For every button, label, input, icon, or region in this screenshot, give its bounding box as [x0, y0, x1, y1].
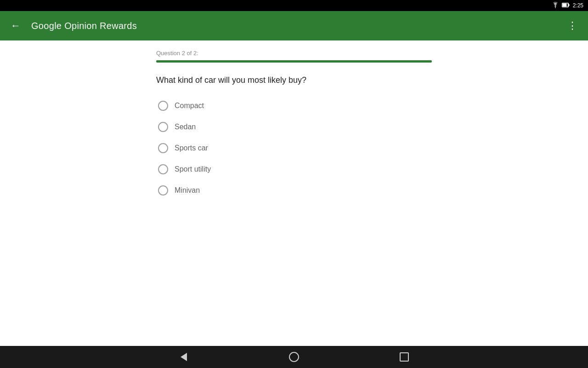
back-nav-icon — [181, 353, 187, 361]
option-item-sport-utility[interactable]: Sport utility — [156, 160, 432, 179]
option-item-sedan[interactable]: Sedan — [156, 117, 432, 137]
back-button[interactable]: ← — [7, 17, 24, 34]
wifi-icon — [552, 2, 559, 10]
status-bar: 2:25 — [0, 0, 588, 11]
status-icons: 2:25 — [552, 2, 583, 10]
option-label-sedan: Sedan — [175, 123, 196, 131]
svg-point-0 — [555, 7, 556, 8]
survey-content: Question 2 of 2: What kind of car will y… — [0, 40, 588, 346]
status-time: 2:25 — [573, 2, 583, 9]
option-label-sport-utility: Sport utility — [175, 165, 211, 173]
app-bar: ← Google Opinion Rewards ⋮ — [0, 11, 588, 40]
app-title: Google Opinion Rewards — [31, 21, 137, 31]
nav-back-button[interactable] — [175, 348, 193, 366]
nav-recents-button[interactable] — [395, 348, 413, 366]
battery-icon — [562, 2, 570, 9]
svg-rect-3 — [562, 3, 566, 6]
home-nav-icon — [289, 352, 299, 362]
option-item-sports-car[interactable]: Sports car — [156, 138, 432, 158]
progress-bar-container — [156, 60, 432, 63]
radio-compact — [158, 101, 168, 111]
question-text: What kind of car will you most likely bu… — [156, 75, 432, 85]
nav-home-button[interactable] — [285, 348, 303, 366]
radio-minivan — [158, 185, 168, 196]
option-label-minivan: Minivan — [175, 186, 200, 195]
navigation-bar — [0, 346, 588, 368]
radio-sedan — [158, 122, 168, 132]
question-counter: Question 2 of 2: — [156, 50, 432, 57]
radio-sport-utility — [158, 164, 168, 174]
recents-nav-icon — [400, 352, 409, 362]
option-item-minivan[interactable]: Minivan — [156, 181, 432, 200]
radio-sports-car — [158, 143, 168, 153]
options-list: CompactSedanSports carSport utilityMiniv… — [156, 96, 432, 200]
option-item-compact[interactable]: Compact — [156, 96, 432, 115]
progress-bar-fill — [156, 60, 432, 63]
svg-rect-4 — [568, 4, 569, 6]
option-label-compact: Compact — [175, 102, 204, 110]
app-bar-left: ← Google Opinion Rewards — [7, 17, 137, 34]
option-label-sports-car: Sports car — [175, 144, 208, 152]
more-options-button[interactable]: ⋮ — [564, 17, 581, 34]
